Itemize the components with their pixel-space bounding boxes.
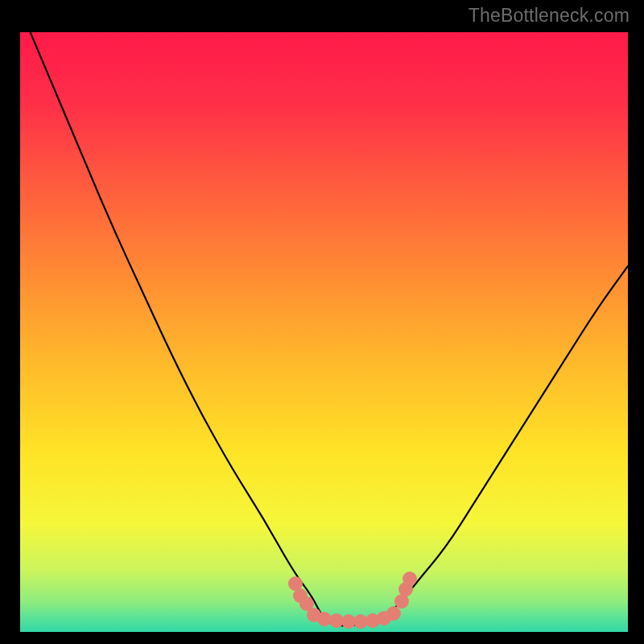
bottleneck-curve xyxy=(20,32,628,632)
watermark-text: TheBottleneck.com xyxy=(469,5,630,27)
valley-marker xyxy=(402,572,417,586)
valley-marker xyxy=(386,606,401,621)
plot-area xyxy=(20,32,628,632)
chart-stage: TheBottleneck.com xyxy=(0,0,644,644)
